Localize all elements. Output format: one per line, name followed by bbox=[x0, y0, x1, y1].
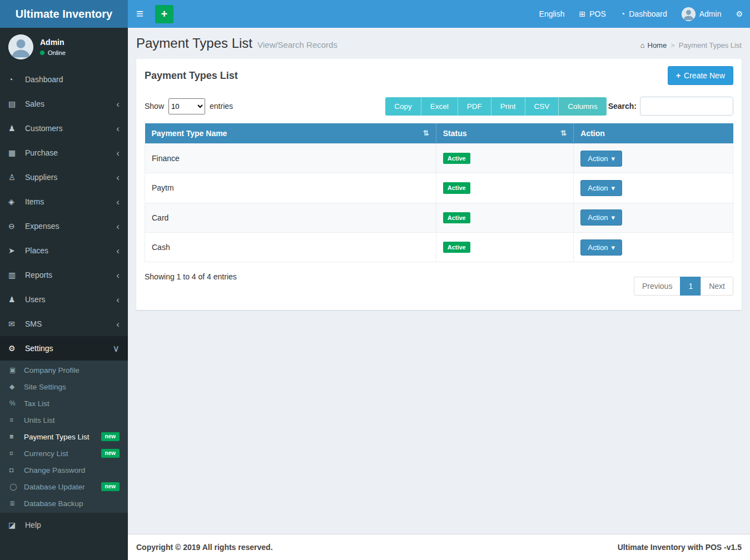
customers-icon: ♟ bbox=[8, 124, 22, 133]
nav-user-menu[interactable]: Admin bbox=[674, 0, 729, 28]
sidebar-item-label: Sales bbox=[25, 99, 44, 108]
create-new-label: Create New bbox=[684, 71, 725, 80]
nav-language[interactable]: English bbox=[532, 0, 572, 28]
sidebar-item-help[interactable]: ◪ Help bbox=[0, 513, 128, 537]
lock-icon: ◘ bbox=[9, 466, 22, 474]
sidebar-item-label: Help bbox=[25, 521, 41, 529]
caret-down-icon: ▾ bbox=[611, 213, 615, 222]
sidebar-user-panel: Admin Online bbox=[0, 28, 128, 67]
sidebar-item-sms[interactable]: ✉ SMS ‹ bbox=[0, 312, 128, 336]
action-dropdown-button[interactable]: Action ▾ bbox=[580, 180, 622, 196]
payment-types-table: Payment Type Name ⇅ Status ⇅ Action bbox=[145, 123, 733, 262]
sidebar-user-avatar bbox=[8, 34, 33, 59]
sidebar-item-places[interactable]: ➤ Places ‹ bbox=[0, 238, 128, 263]
pagination-next-button[interactable]: Next bbox=[701, 277, 733, 296]
sidebar-item-customers[interactable]: ♟ Customers ‹ bbox=[0, 116, 128, 141]
settings-gear-icon: ⚙ bbox=[8, 344, 22, 353]
nav-pos[interactable]: ⊞ POS bbox=[572, 0, 613, 28]
users-icon: ♟ bbox=[8, 295, 22, 304]
sidebar-item-users[interactable]: ♟ Users ‹ bbox=[0, 287, 128, 312]
table-row: Finance Active Action ▾ bbox=[145, 144, 733, 173]
chevron-left-icon: ‹ bbox=[116, 295, 120, 304]
sidebar-item-sales[interactable]: ▤ Sales ‹ bbox=[0, 92, 128, 116]
footer-version: Ultimate Inventory with POS -v1.5 bbox=[618, 543, 742, 552]
app-logo[interactable]: Ultimate Inventory bbox=[0, 0, 128, 28]
sidebar-item-reports[interactable]: ▥ Reports ‹ bbox=[0, 263, 128, 287]
sidebar-item-items[interactable]: ◈ Items ‹ bbox=[0, 189, 128, 214]
sidebar-item-label: Expenses bbox=[25, 222, 59, 231]
sidebar-item-dashboard[interactable]: ◔ Dashboard bbox=[0, 67, 128, 92]
sidebar-subitem-database-updater[interactable]: ◯ Database Updater new bbox=[0, 478, 128, 495]
action-dropdown-button[interactable]: Action ▾ bbox=[580, 239, 622, 256]
csv-button[interactable]: CSV bbox=[525, 97, 559, 116]
gear-icon: ⚙ bbox=[736, 9, 743, 18]
sidebar-item-purchase[interactable]: ▦ Purchase ‹ bbox=[0, 141, 128, 165]
action-label: Action bbox=[588, 213, 608, 222]
sidebar-subitem-currency-list[interactable]: ¤ Currency List new bbox=[0, 445, 128, 462]
gauge-icon: ◔ bbox=[620, 9, 625, 18]
chevron-down-icon: ∨ bbox=[113, 344, 120, 353]
excel-button[interactable]: Excel bbox=[421, 97, 458, 116]
pos-icon: ⊞ bbox=[579, 9, 585, 18]
nav-dashboard[interactable]: ◔ Dashboard bbox=[613, 0, 674, 28]
list-icon: ≡ bbox=[9, 433, 22, 441]
column-label: Action bbox=[580, 129, 605, 138]
search-input[interactable] bbox=[640, 97, 733, 116]
status-badge: Active bbox=[443, 153, 470, 164]
sidebar-subitem-units-list[interactable]: ≡ Units List bbox=[0, 412, 128, 428]
sidebar-user-status[interactable]: Online bbox=[40, 49, 66, 56]
columns-button[interactable]: Columns bbox=[559, 97, 606, 116]
breadcrumb-current: Payment Types List bbox=[679, 41, 742, 49]
sidebar-subitem-tax-list[interactable]: % Tax List bbox=[0, 395, 128, 412]
page-length-select[interactable]: 10 bbox=[168, 98, 205, 114]
sidebar-subitem-site-settings[interactable]: ◆ Site Settings bbox=[0, 378, 128, 395]
sidebar-subitem-database-backup[interactable]: ≣ Database Backup bbox=[0, 495, 128, 512]
pagination-page-1-button[interactable]: 1 bbox=[680, 277, 701, 296]
sidebar-item-suppliers[interactable]: ♙ Suppliers ‹ bbox=[0, 165, 128, 189]
pagination-previous-button[interactable]: Previous bbox=[634, 277, 681, 296]
quick-add-button[interactable]: + bbox=[155, 5, 173, 23]
breadcrumb-home[interactable]: ⌂ Home bbox=[640, 41, 667, 49]
sms-icon: ✉ bbox=[8, 319, 22, 328]
currency-icon: ¤ bbox=[9, 449, 22, 457]
breadcrumb-home-label: Home bbox=[648, 41, 667, 49]
sidebar-item-label: SMS bbox=[25, 319, 42, 328]
column-header-status[interactable]: Status ⇅ bbox=[436, 123, 574, 144]
pagination: Previous 1 Next bbox=[634, 277, 733, 296]
page-title: Payment Types List bbox=[136, 36, 252, 51]
sidebar-item-label: Dashboard bbox=[25, 75, 63, 84]
subitem-label: Tax List bbox=[24, 399, 49, 408]
menu-toggle-button[interactable]: ≡ bbox=[128, 0, 152, 28]
print-button[interactable]: Print bbox=[491, 97, 525, 116]
sidebar-subitem-payment-types-list[interactable]: ≡ Payment Types List new bbox=[0, 428, 128, 445]
sidebar-item-expenses[interactable]: ⊖ Expenses ‹ bbox=[0, 214, 128, 238]
sort-icon: ⇅ bbox=[423, 129, 429, 137]
copy-button[interactable]: Copy bbox=[385, 97, 421, 116]
sidebar-subitem-change-password[interactable]: ◘ Change Password bbox=[0, 462, 128, 478]
reports-icon: ▥ bbox=[8, 271, 22, 279]
subitem-label: Units List bbox=[24, 416, 55, 424]
status-badge: Active bbox=[443, 242, 470, 253]
action-dropdown-button[interactable]: Action ▾ bbox=[580, 151, 622, 167]
column-header-payment-type-name[interactable]: Payment Type Name ⇅ bbox=[145, 123, 436, 144]
payment-type-name-cell: Paytm bbox=[145, 173, 436, 203]
chevron-left-icon: ‹ bbox=[116, 222, 120, 231]
purchase-icon: ▦ bbox=[8, 148, 22, 157]
plus-icon: + bbox=[161, 8, 168, 21]
settings-submenu: ▣ Company Profile ◆ Site Settings % Tax … bbox=[0, 361, 128, 513]
action-dropdown-button[interactable]: Action ▾ bbox=[580, 209, 622, 226]
sidebar-item-settings[interactable]: ⚙ Settings ∨ bbox=[0, 336, 128, 361]
subitem-label: Payment Types List bbox=[24, 433, 90, 441]
sidebar-item-label: Users bbox=[25, 295, 46, 304]
pdf-button[interactable]: PDF bbox=[458, 97, 491, 116]
page-subtitle: View/Search Records bbox=[257, 40, 337, 49]
payment-type-name-cell: Cash bbox=[145, 232, 436, 262]
items-icon: ◈ bbox=[8, 197, 22, 206]
sidebar-item-label: Settings bbox=[25, 344, 53, 353]
create-new-button[interactable]: + Create New bbox=[668, 66, 733, 85]
sidebar-subitem-company-profile[interactable]: ▣ Company Profile bbox=[0, 362, 128, 378]
nav-settings[interactable]: ⚙ bbox=[728, 0, 750, 28]
nav-dashboard-label: Dashboard bbox=[629, 9, 667, 18]
new-badge: new bbox=[101, 432, 120, 441]
status-badge: Active bbox=[443, 182, 470, 193]
